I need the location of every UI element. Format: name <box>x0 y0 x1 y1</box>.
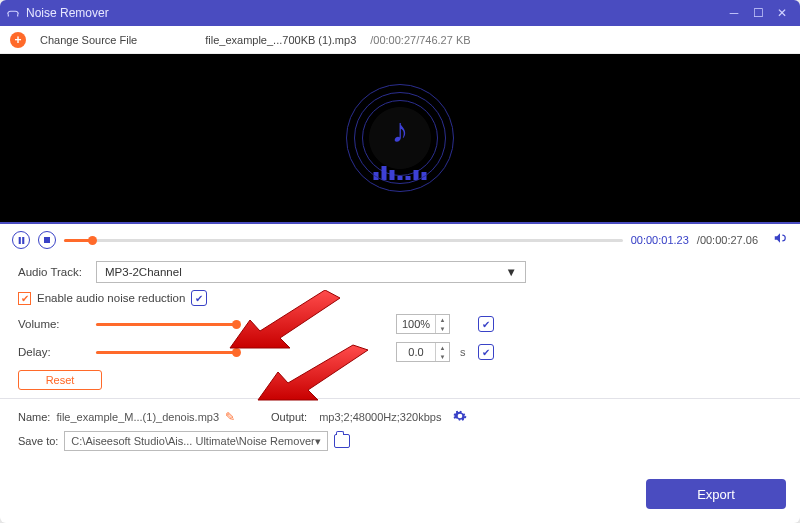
audio-visualizer-icon: ♪ <box>346 84 454 192</box>
volume-label: Volume: <box>18 318 86 330</box>
apply-volume-button[interactable]: ✔ <box>478 316 494 332</box>
source-file-bar: + Change Source File file_example_...700… <box>0 26 800 54</box>
output-settings-icon[interactable] <box>453 409 467 426</box>
output-label: Output: <box>271 411 307 423</box>
apply-delay-button[interactable]: ✔ <box>478 344 494 360</box>
saveto-select[interactable]: C:\Aiseesoft Studio\Ais... Ultimate\Nois… <box>64 431 327 451</box>
minimize-button[interactable]: ─ <box>722 2 746 24</box>
playback-progress[interactable] <box>64 239 623 242</box>
close-button[interactable]: ✕ <box>770 2 794 24</box>
music-note-icon: ♪ <box>392 111 409 150</box>
audio-preview: ♪ <box>0 54 800 224</box>
source-metadata: /00:00:27/746.27 KB <box>370 34 470 46</box>
volume-down-button[interactable]: ▼ <box>436 324 449 333</box>
change-source-label[interactable]: Change Source File <box>40 34 137 46</box>
app-title: Noise Remover <box>26 6 109 20</box>
delay-unit: s <box>460 346 468 358</box>
name-label: Name: <box>18 411 50 423</box>
enable-noise-label: Enable audio noise reduction <box>37 292 185 304</box>
open-folder-icon[interactable] <box>334 434 350 448</box>
chevron-down-icon: ▼ <box>506 266 517 278</box>
pause-button[interactable] <box>12 231 30 249</box>
svg-rect-0 <box>18 237 20 244</box>
saveto-label: Save to: <box>18 435 58 447</box>
divider <box>0 398 800 399</box>
volume-slider[interactable] <box>96 323 236 326</box>
add-source-button[interactable]: + <box>10 32 26 48</box>
enable-noise-checkbox[interactable]: ✔ <box>18 292 31 305</box>
player-bar: 00:00:01.23/00:00:27.06 <box>0 224 800 256</box>
apply-noise-button[interactable]: ✔ <box>191 290 207 306</box>
delay-spinner[interactable]: 0.0 ▲▼ <box>396 342 450 362</box>
svg-rect-2 <box>44 237 50 243</box>
titlebar: Noise Remover ─ ☐ ✕ <box>0 0 800 26</box>
elapsed-time: 00:00:01.23 <box>631 234 689 246</box>
svg-rect-1 <box>22 237 24 244</box>
edit-name-icon[interactable]: ✎ <box>225 410 235 424</box>
source-filename: file_example_...700KB (1).mp3 <box>205 34 356 46</box>
delay-down-button[interactable]: ▼ <box>436 352 449 361</box>
delay-label: Delay: <box>18 346 86 358</box>
chevron-down-icon: ▾ <box>315 435 321 448</box>
audiotrack-select[interactable]: MP3-2Channel ▼ <box>96 261 526 283</box>
controls-panel: Audio Track: MP3-2Channel ▼ ✔ Enable aud… <box>0 256 800 399</box>
export-button[interactable]: Export <box>646 479 786 509</box>
volume-icon[interactable] <box>772 231 788 249</box>
maximize-button[interactable]: ☐ <box>746 2 770 24</box>
app-logo-icon <box>6 6 20 20</box>
delay-up-button[interactable]: ▲ <box>436 343 449 352</box>
output-bar: Name: file_example_M...(1)_denois.mp3 ✎ … <box>0 405 800 453</box>
output-format: mp3;2;48000Hz;320kbps <box>313 410 447 424</box>
total-time: /00:00:27.06 <box>697 234 758 246</box>
reset-button[interactable]: Reset <box>18 370 102 390</box>
volume-up-button[interactable]: ▲ <box>436 315 449 324</box>
volume-spinner[interactable]: 100% ▲▼ <box>396 314 450 334</box>
stop-button[interactable] <box>38 231 56 249</box>
delay-slider[interactable] <box>96 351 236 354</box>
output-filename: file_example_M...(1)_denois.mp3 <box>56 411 219 423</box>
app-window: Noise Remover ─ ☐ ✕ + Change Source File… <box>0 0 800 523</box>
equalizer-icon <box>374 162 427 180</box>
audiotrack-label: Audio Track: <box>18 266 86 278</box>
